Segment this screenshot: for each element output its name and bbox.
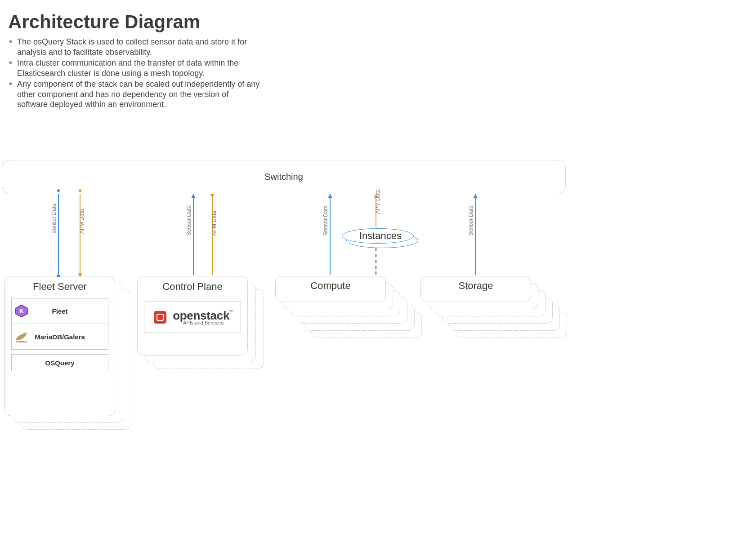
description-item: Intra cluster communication and the tran… [9, 58, 261, 78]
openstack-wordmark: openstack™ [173, 310, 234, 321]
description-list: The osQuery Stack is used to collect sen… [9, 36, 261, 110]
fleet-server-item-label: OSQuery [45, 359, 74, 367]
control-plane-stack: Control Plane openstack™ API [137, 276, 268, 370]
svg-text:MariaDB: MariaDB [16, 340, 27, 343]
fleet-server-stack: Fleet Server K Fleet Maria [4, 276, 130, 429]
page-title: Architecture Diagram [8, 11, 200, 33]
edge-label-sensor: Sensor Data [468, 205, 474, 236]
edge-label-sensor: Sensor Data [322, 205, 329, 236]
diagram-canvas: Architecture Diagram The osQuery Stack i… [0, 0, 747, 560]
openstack-sub: APIs and Services [173, 320, 234, 325]
openstack-icon [151, 308, 169, 326]
fleet-server-card: Fleet Server K Fleet Maria [4, 276, 115, 416]
storage-card: Storage [420, 276, 531, 302]
svg-rect-5 [157, 315, 163, 320]
instances-label: Instances [342, 230, 419, 242]
control-plane-title: Control Plane [138, 281, 247, 293]
edge-label-apm: APM Data [211, 211, 217, 236]
svg-text:K: K [19, 307, 24, 315]
fleet-server-item-mariadb: MariaDB MariaDB/Galera [11, 324, 108, 350]
compute-card: Compute [275, 276, 386, 302]
description-item: The osQuery Stack is used to collect sen… [9, 37, 261, 57]
description-item: Any component of the stack can be scaled… [9, 79, 261, 110]
edge-label-sensor: Sensor Data [186, 205, 192, 236]
storage-stack: Storage [420, 276, 564, 343]
mariadb-icon: MariaDB [14, 330, 29, 343]
compute-stack: Compute [275, 276, 419, 343]
fleet-server-item-label: Fleet [52, 307, 67, 315]
fleet-server-item-fleet: K Fleet [11, 298, 108, 324]
compute-title: Compute [276, 280, 385, 292]
edge-label-apm: APM Data [79, 209, 85, 234]
control-plane-card: Control Plane openstack™ API [137, 276, 248, 356]
storage-title: Storage [421, 280, 531, 292]
openstack-tm: ™ [229, 309, 234, 314]
control-plane-openstack: openstack™ APIs and Services [144, 302, 241, 333]
fleet-server-item-osquery: OSQuery [11, 354, 108, 371]
switching-node: Switching [2, 160, 566, 193]
instances-stack: Instances [342, 228, 419, 248]
fleet-server-title: Fleet Server [5, 281, 115, 293]
kolla-icon: K [14, 305, 29, 317]
fleet-server-item-label: MariaDB/Galera [35, 333, 85, 341]
edge-label-sensor: Sensor Data [51, 204, 57, 234]
